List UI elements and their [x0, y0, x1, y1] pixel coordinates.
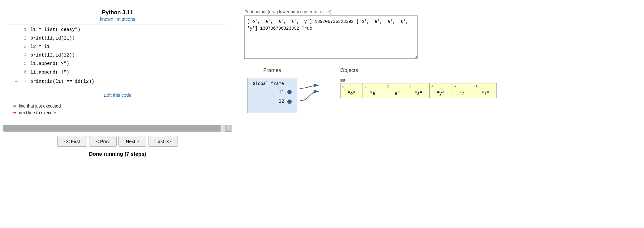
legend-green-label: line that just executed	[19, 103, 61, 108]
global-frame-box: Global frame l1 l2	[247, 78, 297, 113]
cell-value-4: "y"	[430, 89, 452, 98]
frame-var-row-l1: l1	[253, 89, 292, 95]
list-cell-0: 0"o"	[341, 83, 363, 98]
line-number-2: 2	[20, 35, 27, 43]
code-line-4: 4print(l2,id(l2))	[9, 51, 226, 60]
nav-buttons: << First < Prev Next > Last >>	[57, 136, 178, 147]
cell-index-5: 5	[452, 83, 474, 89]
list-cells: 0"o"1"e"2"a"3"s"4"y"5"?"6"!"	[340, 83, 497, 98]
line-arrow-4	[9, 52, 18, 60]
cell-index-2: 2	[385, 83, 407, 89]
list-type-label: list	[340, 78, 497, 82]
var-dot-l2	[287, 99, 292, 104]
code-line-1: 1l1 = list("oeasy")	[9, 26, 226, 34]
cell-value-5: "?"	[452, 89, 474, 98]
line-arrow-3	[9, 43, 18, 51]
list-cell-6: 6"!"	[474, 83, 496, 98]
list-object: list 0"o"1"e"2"a"3"s"4"y"5"?"6"!"	[340, 78, 497, 98]
frames-section: Frames Global frame l1 l2	[244, 67, 300, 113]
var-name-l2: l2	[279, 99, 284, 104]
code-block: 1l1 = list("oeasy") 2print(l1,id(l1)) 3l…	[9, 26, 226, 87]
cell-index-1: 1	[363, 83, 385, 89]
progress-bar-fill	[3, 125, 221, 132]
list-cell-4: 4"y"	[430, 83, 452, 98]
arrows-svg	[300, 80, 322, 117]
cell-index-6: 6	[474, 83, 496, 89]
line-arrow-1	[9, 26, 18, 34]
cell-index-3: 3	[407, 83, 429, 89]
code-divider	[9, 24, 226, 24]
line-number-5: 5	[20, 60, 27, 68]
print-output-content: ['o', 'e', 'a', 's', 'y'] 13970673632339…	[247, 19, 408, 31]
line-number-3: 3	[20, 43, 27, 51]
cell-value-0: "o"	[341, 89, 363, 98]
var-name-l1: l1	[279, 89, 284, 95]
frame-var-row-l2: l2	[253, 99, 292, 104]
print-output-box[interactable]: ['o', 'e', 'a', 's', 'y'] 13970673632339…	[244, 15, 418, 59]
known-limitations-link[interactable]: known limitations	[100, 16, 135, 22]
code-line-7: ➡7print(id(l1) == id(l2))	[9, 77, 226, 87]
line-number-4: 4	[20, 52, 27, 60]
cell-value-3: "s"	[407, 89, 429, 98]
list-cell-2: 2"a"	[385, 83, 407, 98]
line-arrow-7: ➡	[9, 77, 18, 87]
objects-section: Objects list 0"o"1"e"2"a"3"s"4"y"5"?"6"!…	[340, 67, 497, 113]
list-cell-3: 3"s"	[407, 83, 430, 98]
code-line-3: 3l2 = l1	[9, 43, 226, 51]
print-output-label: Print output (drag lower right corner to…	[244, 9, 635, 14]
left-panel: Python 3.11 known limitations 1l1 = list…	[0, 6, 235, 222]
objects-label: Objects	[340, 67, 358, 74]
line-number-7: 7	[20, 78, 27, 86]
line-arrow-5	[9, 60, 18, 68]
progress-bar[interactable]	[3, 125, 232, 132]
done-running: Done running (7 steps)	[89, 151, 146, 157]
first-button[interactable]: << First	[57, 136, 87, 147]
last-button[interactable]: Last >>	[148, 136, 178, 147]
cell-value-1: "e"	[363, 89, 385, 98]
cell-value-6: "!"	[474, 89, 496, 98]
line-code-5: l1.append("?")	[30, 60, 69, 68]
progress-bar-thumb[interactable]	[225, 125, 232, 132]
green-arrow-icon: ➡	[12, 103, 16, 109]
list-cell-1: 1"e"	[363, 83, 385, 98]
right-panel: Print output (drag lower right corner to…	[235, 6, 644, 222]
legend-red: ➡ next line to execute	[12, 110, 61, 116]
prev-button[interactable]: < Prev	[89, 136, 117, 147]
line-arrow-2	[9, 35, 18, 43]
line-number-6: 6	[20, 69, 27, 77]
line-code-1: l1 = list("oeasy")	[30, 26, 80, 34]
line-code-2: print(l1,id(l1))	[30, 35, 75, 43]
line-code-4: print(l2,id(l2))	[30, 52, 75, 60]
next-button[interactable]: Next >	[118, 136, 146, 147]
legend-green: ➡ line that just executed	[12, 103, 61, 109]
line-code-3: l2 = l1	[30, 43, 50, 51]
edit-link[interactable]: Edit this code	[104, 92, 131, 98]
red-arrow-icon: ➡	[12, 110, 16, 116]
code-line-2: 2print(l1,id(l1))	[9, 34, 226, 43]
cell-index-4: 4	[430, 83, 452, 89]
python-version: Python 3.11	[102, 9, 133, 16]
line-code-6: l1.append("!")	[30, 69, 69, 77]
legend-red-label: next line to execute	[19, 110, 56, 115]
visualization-area: Frames Global frame l1 l2	[244, 67, 635, 113]
legend: ➡ line that just executed ➡ next line to…	[12, 103, 61, 117]
line-number-1: 1	[20, 26, 27, 34]
global-frame-title: Global frame	[253, 81, 292, 86]
cell-index-0: 0	[341, 83, 363, 89]
code-line-6: 6l1.append("!")	[9, 68, 226, 77]
frames-label: Frames	[263, 67, 281, 74]
line-arrow-6	[9, 69, 18, 77]
line-code-7: print(id(l1) == id(l2))	[30, 78, 94, 86]
code-line-5: 5l1.append("?")	[9, 60, 226, 68]
var-dot-l1	[287, 90, 292, 94]
list-cell-5: 5"?"	[452, 83, 474, 98]
cell-value-2: "a"	[385, 89, 407, 98]
